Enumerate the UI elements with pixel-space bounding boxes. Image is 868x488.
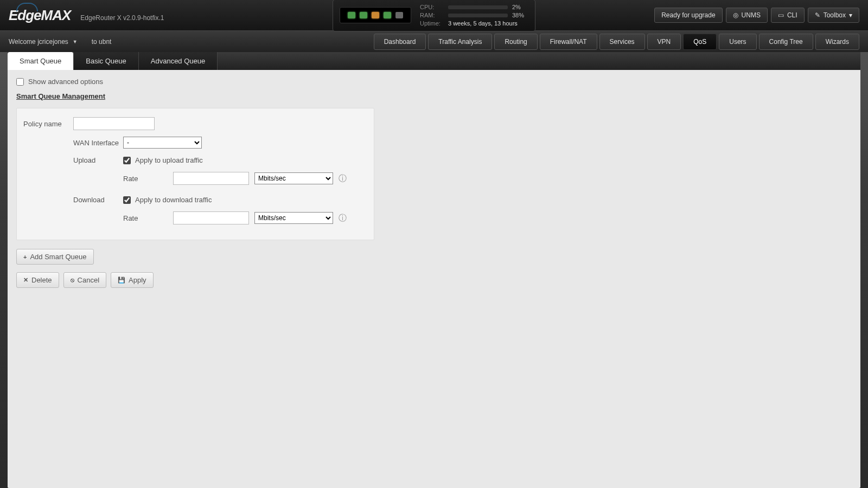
tab-firewall-nat[interactable]: Firewall/NAT [540,34,597,50]
port-led-2 [360,12,367,18]
save-icon: 💾 [118,277,125,284]
tab-config-tree[interactable]: Config Tree [759,34,813,50]
upload-rate-row: Rate Mbits/sec ⓘ [123,172,367,185]
close-icon: ✕ [23,277,28,284]
chevron-down-icon: ▼ [73,39,78,44]
tab-wizards[interactable]: Wizards [815,34,859,50]
brand-block: EdgeMAX EdgeRouter X v2.0.9-hotfix.1 [9,7,164,24]
show-advanced-checkbox[interactable] [16,78,24,86]
subtab-basic-queue[interactable]: Basic Queue [74,52,138,70]
tab-traffic-analysis[interactable]: Traffic Analysis [428,34,492,50]
plus-icon: + [23,254,27,260]
policy-name-label: Policy name [23,120,73,128]
subtab-advanced-queue[interactable]: Advanced Queue [139,52,218,70]
upload-rate-unit-select[interactable]: Mbits/sec [254,172,333,184]
nav-bar: Welcome jcricejones ▼ to ubnt Dashboard … [0,30,868,52]
download-rate-unit-select[interactable]: Mbits/sec [254,212,333,224]
to-text: to ubnt [92,38,112,46]
welcome-block[interactable]: Welcome jcricejones ▼ to ubnt [9,38,111,46]
download-label: Download [73,196,123,204]
apply-button[interactable]: 💾Apply [111,272,154,288]
download-rate-row: Rate Mbits/sec ⓘ [123,211,367,224]
policy-name-input[interactable] [73,117,155,130]
port-led-3 [372,12,379,18]
info-icon[interactable]: ⓘ [339,213,347,223]
tab-routing[interactable]: Routing [494,34,537,50]
welcome-text: Welcome jcricejones [9,38,68,46]
toolbox-button[interactable]: ✎Toolbox▾ [808,8,859,23]
subtab-smart-queue[interactable]: Smart Queue [8,52,74,70]
cpu-bar [448,5,508,9]
brand-model: EdgeRouter X v2.0.9-hotfix.1 [80,14,164,22]
content-area: Smart Queue Basic Queue Advanced Queue S… [8,52,860,488]
apply-download-label: Apply to download traffic [135,196,212,204]
unms-button[interactable]: ◎UNMS [726,8,768,23]
download-rate-label: Rate [123,214,168,222]
info-icon[interactable]: ⓘ [339,174,347,184]
show-advanced-label: Show advanced options [28,78,103,86]
cpu-value: 2% [512,3,528,11]
policy-name-row: Policy name [23,117,367,130]
upload-label: Upload [73,156,123,164]
download-section: Download Apply to download traffic [73,196,367,204]
port-leds [340,7,411,23]
tab-dashboard[interactable]: Dashboard [374,34,426,50]
add-smart-queue-button[interactable]: +Add Smart Queue [16,249,94,265]
delete-button[interactable]: ✕Delete [16,272,59,288]
top-header: EdgeMAX EdgeRouter X v2.0.9-hotfix.1 CPU… [0,0,868,30]
qos-panel: Show advanced options Smart Queue Manage… [8,70,860,296]
upload-rate-label: Rate [123,175,168,183]
add-row: +Add Smart Queue [16,249,852,265]
cancel-button[interactable]: ⦸Cancel [63,272,106,288]
tab-services[interactable]: Services [599,34,645,50]
terminal-icon: ▭ [778,11,784,19]
wan-row: WAN Interface - [73,137,367,149]
tab-users[interactable]: Users [719,34,756,50]
apply-upload-label: Apply to upload traffic [135,156,203,164]
apply-download-checkbox[interactable] [123,196,131,204]
tab-vpn[interactable]: VPN [647,34,681,50]
port-led-1 [348,12,355,18]
smart-queue-form: Policy name WAN Interface - Upload Apply… [16,108,374,240]
cpu-label: CPU: [420,3,444,11]
ram-value: 38% [512,11,528,20]
status-panel: CPU: 2% RAM: 38% Uptime: 3 weeks, 5 days… [333,0,535,31]
wan-interface-label: WAN Interface [73,139,123,147]
port-led-4 [384,12,391,18]
cli-button[interactable]: ▭CLI [771,8,805,23]
ram-bar [448,14,508,17]
chevron-down-icon: ▾ [849,11,852,19]
port-led-5 [395,12,403,18]
section-title: Smart Queue Management [16,92,852,100]
tab-qos[interactable]: QoS [683,34,717,50]
system-stats: CPU: 2% RAM: 38% Uptime: 3 weeks, 5 days… [420,3,528,28]
sub-tabs: Smart Queue Basic Queue Advanced Queue [8,52,860,70]
topbar-right: Ready for upgrade ◎UNMS ▭CLI ✎Toolbox▾ [654,8,859,23]
uptime-label: Uptime: [420,20,444,28]
upload-section: Upload Apply to upload traffic [73,156,367,164]
show-advanced-row: Show advanced options [16,78,852,86]
apply-upload-checkbox[interactable] [123,157,131,164]
brand-logo: EdgeMAX [9,7,71,24]
cancel-icon: ⦸ [71,277,74,284]
form-actions: ✕Delete ⦸Cancel 💾Apply [16,272,852,288]
wan-interface-select[interactable]: - [123,137,202,149]
target-icon: ◎ [733,11,738,19]
uptime-value: 3 weeks, 5 days, 13 hours [448,20,518,28]
wrench-icon: ✎ [815,11,820,19]
ram-label: RAM: [420,11,444,20]
upload-rate-input[interactable] [173,172,249,185]
main-tabs: Dashboard Traffic Analysis Routing Firew… [374,34,859,50]
ready-upgrade-button[interactable]: Ready for upgrade [654,8,722,23]
download-rate-input[interactable] [173,211,249,224]
